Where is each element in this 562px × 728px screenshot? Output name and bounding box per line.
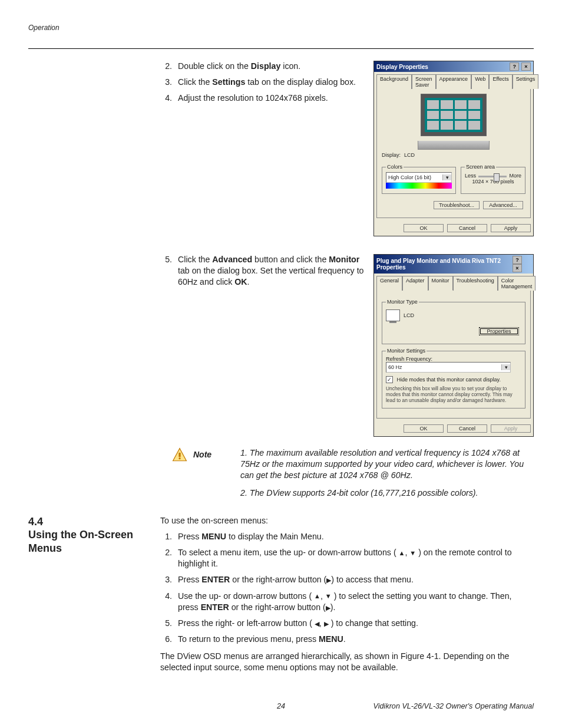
tab-colormgmt[interactable]: Color Management (498, 276, 536, 291)
tab-monitor[interactable]: Monitor (428, 276, 453, 291)
tab-general[interactable]: General (376, 276, 402, 291)
step-text: Press MENU to display the Main Menu. (178, 531, 534, 542)
apply-button[interactable]: Apply (491, 224, 531, 232)
step-text: Click the Settings tab on the display di… (178, 77, 364, 88)
properties-button[interactable]: Properties (479, 327, 519, 335)
ok-button[interactable]: OK (404, 424, 444, 433)
step-text: Press the right- or left-arrow button ( … (178, 618, 534, 629)
svg-rect-1 (178, 453, 180, 457)
close-icon[interactable]: × (521, 62, 531, 71)
chevron-down-icon: ▾ (442, 174, 451, 180)
step-num: 4. (160, 591, 172, 613)
tab-screensaver[interactable]: Screen Saver (412, 74, 436, 89)
monitor-settings-legend: Monitor Settings (386, 348, 427, 354)
tab-troubleshooting[interactable]: Troubleshooting (453, 276, 498, 291)
dialog-title: Plug and Play Monitor and NVidia Riva TN… (376, 258, 512, 271)
tab-settings[interactable]: Settings (513, 74, 539, 89)
troubleshoot-button[interactable]: Troubleshoot... (434, 201, 480, 209)
down-arrow-icon: ▼ (325, 592, 332, 601)
display-value: LCD (404, 152, 415, 158)
up-arrow-icon: ▲ (399, 549, 405, 558)
monitor-icon (386, 309, 400, 321)
step-num: 6. (160, 634, 172, 645)
cancel-button[interactable]: Cancel (447, 224, 487, 232)
step-text: To select a menu item, use the up- or do… (178, 547, 534, 569)
help-icon[interactable]: ? (510, 62, 519, 71)
apply-button[interactable]: Apply (491, 424, 531, 433)
step-num: 2. (160, 547, 172, 569)
colors-legend: Colors (386, 164, 404, 170)
resolution-slider[interactable] (478, 176, 507, 177)
down-arrow-icon: ▼ (409, 549, 416, 558)
note-text-1: 1. The maximum available resolution and … (240, 447, 534, 482)
slider-more-label: More (509, 173, 521, 179)
section-title: Using the On-Screen Menus (28, 528, 146, 555)
colors-value: High Color (16 bit) (386, 174, 442, 180)
display-properties-dialog: Display Properties ? × Background Screen… (373, 61, 534, 236)
close-icon[interactable]: × (513, 264, 522, 272)
steps-top: 2. Double click on the Display icon. 3. … (160, 61, 364, 104)
help-icon[interactable]: ? (513, 256, 522, 264)
step-num: 2. (160, 61, 172, 72)
note-text-2: 2. The DView supports 24-bit color (16,7… (240, 487, 534, 499)
step-num: 1. (160, 531, 172, 542)
ok-button[interactable]: OK (404, 224, 444, 232)
step-text: Adjust the resolution to 1024x768 pixels… (178, 93, 364, 104)
tab-adapter[interactable]: Adapter (402, 276, 428, 291)
step-text: Press ENTER or the right-arrow button (▶… (178, 574, 534, 585)
step-num: 4. (160, 93, 172, 104)
refresh-dropdown[interactable]: 60 Hz ▾ (386, 362, 511, 373)
hide-modes-desc: Unchecking this box will allow you to se… (386, 386, 521, 403)
refresh-value: 60 Hz (386, 364, 501, 370)
left-margin-col (28, 61, 146, 510)
monitor-preview (421, 94, 487, 136)
dialog-title: Display Properties (376, 64, 428, 70)
tab-web[interactable]: Web (471, 74, 489, 89)
advanced-button[interactable]: Advanced... (483, 201, 523, 209)
resolution-text: 1024 × 768 pixels (465, 179, 521, 185)
rule-top (28, 48, 534, 49)
hide-modes-checkbox[interactable]: ✓ (386, 376, 393, 383)
monitor-stand (418, 141, 490, 150)
monitor-type-legend: Monitor Type (386, 299, 419, 305)
step-num: 5. (160, 254, 172, 288)
refresh-label: Refresh Frequency: (386, 356, 521, 362)
dialog-titlebar: Display Properties ? × (374, 61, 533, 72)
step-num: 3. (160, 574, 172, 585)
left-arrow-icon: ◀ (315, 620, 319, 628)
step-text: To return to the previous menu, press ME… (178, 634, 534, 645)
step-text: Double click on the Display icon. (178, 61, 364, 72)
chevron-down-icon: ▾ (501, 364, 510, 370)
display-label: Display: (382, 152, 401, 158)
note-label: Note (193, 447, 231, 459)
page-number: 24 (28, 702, 534, 710)
osd-intro: To use the on-screen menus: (160, 515, 534, 526)
screenarea-legend: Screen area (465, 164, 496, 170)
colors-dropdown[interactable]: High Color (16 bit) ▾ (386, 172, 452, 183)
running-head: Operation (28, 24, 534, 32)
step-num: 5. (160, 618, 172, 629)
step-text: Click the Advanced button and click the … (178, 254, 364, 288)
tab-effects[interactable]: Effects (489, 74, 512, 89)
dialog1-tabs: Background Screen Saver Appearance Web E… (374, 72, 533, 89)
section-number: 4.4 (28, 515, 146, 529)
cancel-button[interactable]: Cancel (447, 424, 487, 433)
svg-point-2 (178, 457, 180, 459)
slider-less-label: Less (465, 173, 476, 179)
right-arrow-icon: ▶ (324, 620, 329, 628)
monitor-properties-dialog: Plug and Play Monitor and NVidia Riva TN… (373, 254, 534, 437)
step-text: Use the up- or down-arrow buttons ( ▲, ▼… (178, 591, 534, 613)
tab-appearance[interactable]: Appearance (436, 74, 472, 89)
tab-background[interactable]: Background (376, 74, 412, 89)
step-num: 3. (160, 77, 172, 88)
right-arrow-icon: ▶ (326, 604, 330, 612)
monitor-type-value: LCD (404, 312, 414, 318)
note-icon (172, 447, 187, 463)
slider-thumb[interactable] (494, 173, 500, 182)
osd-closing: The DView OSD menus are arranged hierarc… (160, 651, 534, 673)
hide-modes-label: Hide modes that this monitor cannot disp… (397, 377, 501, 383)
up-arrow-icon: ▲ (314, 592, 320, 601)
color-preview-bar (386, 183, 452, 189)
